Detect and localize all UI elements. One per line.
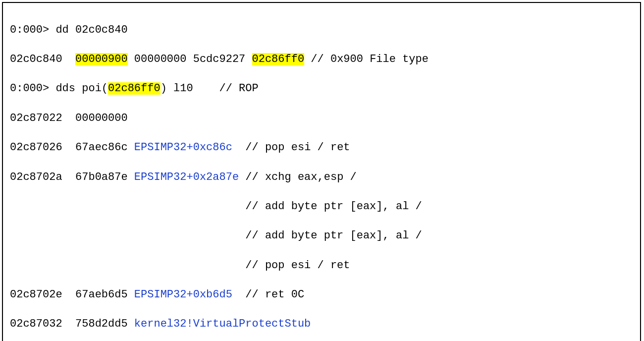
dds-row: 02c8702a 67b0a87e EPSIMP32+0x2a87e // xc… bbox=[10, 170, 633, 185]
file-type-highlight: 00000900 bbox=[75, 53, 128, 65]
dds-row: 02c87026 67aec86c EPSIMP32+0xc86c // pop… bbox=[10, 140, 633, 155]
comment: // ret 0C bbox=[232, 288, 304, 301]
symbol: kernel32!VirtualProtectStub bbox=[134, 318, 311, 330]
cmd-line-2: 0:000> dds poi(02c86ff0) l10 // ROP bbox=[10, 81, 633, 96]
symbol: EPSIMP32+0xb6d5 bbox=[134, 288, 232, 301]
prompt: 0:000> bbox=[10, 24, 55, 36]
symbol: EPSIMP32+0xc86c bbox=[134, 141, 232, 154]
debugger-output: 0:000> dd 02c0c840 02c0c840 00000900 000… bbox=[2, 2, 641, 341]
dds-row: 02c87022 00000000 bbox=[10, 111, 633, 126]
poi-arg-highlight: 02c86ff0 bbox=[108, 82, 161, 95]
comment: // 0x900 File type bbox=[304, 53, 429, 65]
cmd: dd 02c0c840 bbox=[55, 24, 127, 36]
value: 67aec86c bbox=[75, 141, 134, 154]
prompt: 0:000> bbox=[10, 82, 55, 95]
value: 67aeb6d5 bbox=[75, 288, 134, 301]
comment-line: // add byte ptr [eax], al / bbox=[10, 228, 633, 243]
addr: 02c8702e bbox=[10, 288, 75, 301]
value: 758d2dd5 bbox=[75, 318, 134, 330]
symbol: EPSIMP32+0x2a87e bbox=[134, 171, 239, 183]
dd-mid: 00000000 5cdc9227 bbox=[128, 53, 252, 65]
comment-line: // pop esi / ret bbox=[10, 258, 633, 273]
addr: 02c8702a bbox=[10, 171, 75, 183]
cmd-line-1: 0:000> dd 02c0c840 bbox=[10, 23, 633, 38]
comment: // ROP bbox=[219, 82, 259, 95]
addr: 02c87026 bbox=[10, 141, 75, 154]
dd-row: 02c0c840 00000900 00000000 5cdc9227 02c8… bbox=[10, 52, 633, 67]
dds-row: 02c87032 758d2dd5 kernel32!VirtualProtec… bbox=[10, 317, 633, 332]
value: 67b0a87e bbox=[75, 171, 134, 183]
cmd-pre: dds poi( bbox=[55, 82, 108, 95]
comment: // xchg eax,esp / bbox=[239, 171, 357, 183]
ptr-highlight: 02c86ff0 bbox=[252, 53, 305, 65]
addr: 02c0c840 bbox=[10, 53, 75, 65]
cmd-post: ) l10 bbox=[161, 82, 219, 95]
comment: // pop esi / ret bbox=[232, 141, 350, 154]
addr: 02c87032 bbox=[10, 318, 75, 330]
comment-line: // add byte ptr [eax], al / bbox=[10, 199, 633, 214]
dds-row: 02c8702e 67aeb6d5 EPSIMP32+0xb6d5 // ret… bbox=[10, 287, 633, 302]
